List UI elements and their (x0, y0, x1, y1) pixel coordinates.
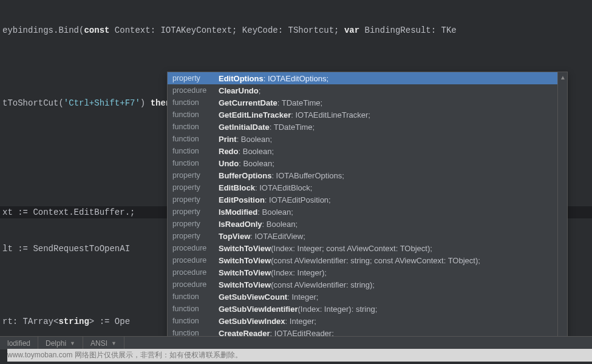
completion-signature: : IOTAEditOptions; (264, 74, 328, 83)
completion-kind: property (172, 207, 219, 216)
completion-signature: : Integer; (287, 292, 318, 302)
completion-name: EditOptions (219, 74, 264, 83)
completion-name: IsModified (219, 207, 257, 217)
completion-item[interactable]: propertyEditBlock: IOTAEditBlock; (168, 181, 567, 194)
watermark: www.toymoban.com 网络图片仅供展示，非营利：如有侵权请联系删除。 (7, 349, 592, 362)
completion-name: Print (219, 135, 237, 144)
scroll-up-icon[interactable]: ▲ (558, 72, 568, 82)
completion-name: Redo (219, 147, 239, 156)
completion-name: GetSubViewCount (219, 292, 287, 302)
status-encoding[interactable]: ANSI▼ (83, 337, 124, 349)
completion-kind: property (172, 195, 219, 204)
completion-signature: : Integer; (285, 317, 316, 326)
completion-name: EditBlock (219, 183, 255, 192)
completion-item[interactable]: propertyIsReadOnly: Boolean; (168, 218, 567, 230)
completion-name: Undo (219, 159, 239, 168)
completion-signature: : IOTAEditView; (250, 232, 305, 241)
completion-kind: function (172, 317, 219, 325)
scrollbar[interactable]: ▲ ▼ (557, 72, 567, 350)
completion-name: GetSubViewIndex (219, 317, 285, 326)
completion-signature: (const AViewIdentifier: string); (271, 280, 375, 289)
completion-list[interactable]: propertyEditOptions: IOTAEditOptions;pro… (168, 72, 567, 350)
completion-kind: procedure (172, 244, 219, 252)
completion-kind: procedure (172, 256, 219, 265)
completion-name: TopView (219, 232, 250, 241)
completion-item[interactable]: propertyBufferOptions: IOTABufferOptions… (168, 169, 567, 181)
code-line: eybindings.Bind(const Context: IOTAKeyCo… (0, 24, 592, 36)
completion-name: SwitchToView (219, 244, 271, 253)
completion-item[interactable]: functionGetEditLineTracker: IOTAEditLine… (168, 109, 567, 121)
status-modified: lodified (0, 337, 38, 349)
completion-signature: : IOTAEditLineTracker; (291, 110, 370, 120)
completion-item[interactable]: functionPrint: Boolean; (168, 133, 567, 145)
completion-popup: propertyEditOptions: IOTAEditOptions;pro… (167, 72, 568, 351)
completion-name: BufferOptions (219, 171, 271, 180)
completion-signature: : IOTABufferOptions; (271, 171, 344, 180)
completion-item[interactable]: procedureClearUndo; (168, 84, 567, 96)
completion-name: GetSubViewIdentifier (219, 305, 298, 314)
completion-item[interactable]: procedureSwitchToView (Index: Integer); (168, 266, 567, 278)
completion-item[interactable]: propertyEditOptions: IOTAEditOptions; (168, 72, 567, 84)
completion-signature: (const AViewIdentifier: string; const AV… (271, 256, 480, 265)
completion-item[interactable]: propertyTopView: IOTAEditView; (168, 230, 567, 242)
completion-item[interactable]: functionGetInitialDate: TDateTime; (168, 121, 567, 133)
completion-item[interactable]: propertyIsModified: Boolean; (168, 206, 567, 218)
completion-kind: property (172, 220, 219, 228)
completion-item[interactable]: functionGetSubViewIdentifier (Index: Int… (168, 303, 567, 315)
completion-name: GetEditLineTracker (219, 110, 291, 120)
completion-kind: function (172, 110, 219, 119)
chevron-down-icon: ▼ (70, 340, 75, 346)
completion-kind: function (172, 147, 219, 155)
completion-kind: function (172, 159, 219, 167)
completion-kind: property (172, 74, 219, 83)
chevron-down-icon: ▼ (111, 340, 117, 346)
completion-signature: : Boolean; (239, 147, 274, 156)
completion-kind: property (172, 183, 219, 192)
completion-kind: property (172, 171, 219, 180)
completion-name: SwitchToView (219, 256, 271, 265)
status-bar: lodified Delphi▼ ANSI▼ (0, 336, 592, 349)
completion-name: GetInitialDate (219, 123, 270, 132)
completion-kind: function (172, 305, 219, 313)
completion-name: IsReadOnly (219, 220, 262, 229)
completion-signature: (Index: Integer); (271, 268, 327, 277)
completion-signature: : IOTAEditBlock; (255, 183, 312, 192)
completion-signature: : IOTAEditPosition; (265, 195, 331, 204)
completion-item[interactable]: functionGetCurrentDate: TDateTime; (168, 96, 567, 109)
completion-kind: property (172, 232, 219, 240)
completion-name: ClearUndo (219, 86, 259, 95)
completion-signature: : Boolean; (257, 207, 293, 217)
completion-kind: procedure (172, 86, 219, 95)
completion-item[interactable]: procedureSwitchToView (Index: Integer; c… (168, 242, 567, 254)
status-language[interactable]: Delphi▼ (38, 337, 83, 349)
completion-signature: : Boolean; (237, 135, 273, 144)
completion-signature: : Boolean; (262, 220, 298, 229)
completion-signature: : TDateTime; (270, 123, 315, 132)
completion-item[interactable]: functionRedo: Boolean; (168, 145, 567, 157)
completion-item[interactable]: propertyEditPosition: IOTAEditPosition; (168, 194, 567, 206)
completion-name: SwitchToView (219, 280, 271, 289)
completion-kind: function (172, 292, 219, 301)
completion-kind: procedure (172, 280, 219, 289)
completion-item[interactable]: functionUndo: Boolean; (168, 157, 567, 169)
completion-item[interactable]: procedureSwitchToView (const AViewIdenti… (168, 254, 567, 266)
completion-name: EditPosition (219, 195, 265, 204)
completion-item[interactable]: procedureSwitchToView (const AViewIdenti… (168, 278, 567, 291)
completion-name: SwitchToView (219, 268, 271, 277)
completion-signature: : TDateTime; (277, 98, 322, 107)
completion-signature: : Boolean; (239, 159, 274, 168)
completion-signature: (Index: Integer; const AViewContext: TOb… (271, 244, 432, 253)
completion-signature: ; (259, 86, 261, 95)
completion-kind: function (172, 135, 219, 143)
completion-item[interactable]: functionGetSubViewCount: Integer; (168, 291, 567, 303)
code-line (0, 61, 592, 73)
completion-name: GetCurrentDate (219, 98, 277, 107)
completion-item[interactable]: functionGetSubViewIndex: Integer; (168, 315, 567, 327)
completion-kind: function (172, 98, 219, 107)
completion-kind: function (172, 123, 219, 131)
completion-kind: procedure (172, 268, 219, 277)
completion-signature: (Index: Integer): string; (298, 305, 378, 314)
